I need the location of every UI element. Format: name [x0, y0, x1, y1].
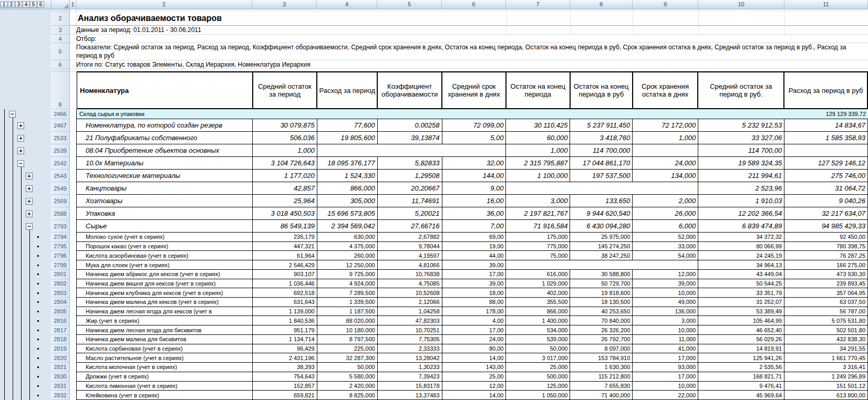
value-cell[interactable]: 71 400,000 [570, 391, 633, 399]
value-cell[interactable]: 47,82303 [378, 316, 442, 325]
nomenclature-cell[interactable]: Кислота сорбиновая (учет в сериях) [77, 344, 253, 353]
value-cell[interactable]: 80,00 [442, 344, 507, 353]
column-header-7[interactable]: 7 [506, 0, 570, 9]
nomenclature-cell[interactable]: Молоко сухое (учет в сериях) [77, 233, 253, 241]
value-cell[interactable]: 153 784,910 [570, 353, 633, 362]
value-cell[interactable]: 1 524,330 [317, 170, 378, 182]
value-cell[interactable]: 38,393 [253, 363, 317, 372]
value-cell[interactable]: 2 546,429 [253, 260, 317, 269]
value-cell[interactable]: 50,000 [317, 363, 378, 372]
value-cell[interactable]: 115 212,800 [570, 372, 633, 381]
value-cell[interactable]: 775,000 [506, 242, 570, 251]
value-cell[interactable]: 4 375,000 [317, 242, 378, 251]
value-cell[interactable]: 45 969,64 [698, 391, 784, 399]
value-cell[interactable]: 506,036 [253, 132, 317, 144]
row-header-2533[interactable]: 2533 [51, 132, 69, 144]
value-cell[interactable]: 41,000 [633, 344, 698, 353]
value-cell[interactable]: 7,75305 [378, 335, 442, 344]
row-header-2799[interactable]: 2799 [51, 260, 69, 270]
row-header-3[interactable]: 3 [51, 26, 69, 35]
value-cell[interactable]: 613 800,00 [784, 391, 868, 399]
outline-level-button-4[interactable]: 4 [23, 1, 29, 8]
row-header-2795[interactable]: 2795 [51, 242, 69, 251]
value-cell[interactable]: 15,83178 [378, 382, 442, 391]
value-cell[interactable]: 19 818,600 [570, 288, 633, 297]
row-header-2543[interactable]: 2543 [51, 170, 69, 182]
value-cell[interactable] [784, 144, 868, 156]
value-cell[interactable]: 3 018 450,503 [253, 207, 317, 219]
value-cell[interactable]: 32 287,300 [317, 353, 378, 362]
value-cell[interactable]: 43 449,04 [698, 270, 784, 279]
table-header-cell[interactable]: Расход за период [317, 72, 378, 108]
column-header-10[interactable]: 10 [698, 0, 784, 9]
value-cell[interactable]: 9,00 [442, 182, 507, 194]
outline-level-button-6[interactable]: 6 [37, 1, 44, 8]
value-cell[interactable]: 33,000 [633, 242, 698, 251]
value-cell[interactable]: 60,000 [506, 132, 570, 144]
value-cell[interactable]: 4,19597 [378, 251, 442, 260]
value-cell[interactable]: 2 420,000 [317, 382, 378, 391]
value-cell[interactable]: 1 134,714 [253, 335, 317, 344]
table-header-cell[interactable]: Коэффициент оборачиваемости [378, 72, 442, 108]
row-header-2816[interactable]: 2816 [51, 316, 69, 325]
column-header-4[interactable]: 4 [317, 0, 377, 9]
outline-expand-button[interactable]: + [17, 122, 24, 129]
value-cell[interactable]: 2,33333 [378, 344, 442, 353]
value-cell[interactable]: 143,00 [442, 363, 507, 372]
outline-level-button-1[interactable]: 1 [1, 1, 7, 8]
value-cell[interactable]: 26,000 [633, 207, 698, 219]
value-cell[interactable]: 125,000 [506, 382, 570, 391]
outline-collapse-button[interactable]: − [17, 160, 24, 167]
value-cell[interactable]: 168 821,71 [698, 372, 784, 381]
value-cell[interactable]: 7 655,830 [570, 382, 633, 391]
row-header-2[interactable]: 2 [51, 12, 69, 26]
value-cell[interactable] [506, 260, 570, 269]
value-cell[interactable]: 31 252,07 [698, 298, 784, 307]
value-cell[interactable]: 866,000 [317, 182, 378, 194]
value-cell[interactable]: 17 044 861,170 [570, 157, 633, 169]
value-cell[interactable]: 71 916,584 [506, 220, 570, 232]
value-cell[interactable]: 144,00 [442, 170, 507, 182]
value-cell[interactable]: 10,000 [633, 382, 698, 391]
row-header-2793[interactable]: 2793 [51, 220, 69, 233]
value-cell[interactable]: 4,81066 [378, 260, 442, 269]
value-cell[interactable]: 94 985 429,33 [784, 220, 868, 232]
value-cell[interactable]: 25 975,000 [570, 233, 633, 241]
value-cell[interactable]: 39,00 [442, 260, 507, 269]
value-cell[interactable]: 3,000 [633, 316, 698, 325]
value-cell[interactable]: 77,600 [317, 119, 378, 131]
value-cell[interactable] [378, 144, 442, 156]
nomenclature-cell[interactable]: Технологические материалы [77, 170, 253, 182]
value-cell[interactable]: 114 700,00 [698, 144, 784, 156]
value-cell[interactable]: 500,000 [506, 372, 570, 381]
report-totals[interactable]: Итоги по: Статус товаров Элементы, Склад… [70, 60, 868, 69]
value-cell[interactable]: 7,00 [442, 220, 507, 232]
nomenclature-cell[interactable]: Кислота молочная (учет в сериях) [77, 363, 253, 372]
row-header-4[interactable]: 4 [51, 35, 69, 43]
value-cell[interactable]: 3 017,000 [506, 353, 570, 362]
column-header-2[interactable]: 2 [76, 0, 252, 9]
outline-expand-button[interactable]: + [26, 210, 33, 217]
value-cell[interactable]: 18 095 376,177 [317, 157, 378, 169]
value-cell[interactable]: 175,000 [506, 233, 570, 241]
value-cell[interactable]: 1 187,500 [317, 307, 378, 316]
value-cell[interactable]: 12 250,000 [317, 260, 378, 269]
value-cell[interactable] [506, 182, 570, 194]
row-header-8[interactable]: 8 [51, 71, 69, 109]
table-header-cell[interactable]: Расход за период в руб [784, 72, 868, 108]
value-cell[interactable]: 10,52608 [378, 288, 442, 297]
value-cell[interactable]: 30 588,800 [570, 270, 633, 279]
nomenclature-cell[interactable]: Кислота лимонная (учет в сериях) [77, 382, 253, 391]
nomenclature-cell[interactable]: 21 Полуфабрикаты собственного [77, 132, 253, 144]
value-cell[interactable] [442, 144, 507, 156]
outline-level-button-2[interactable]: 2 [8, 1, 15, 8]
value-cell[interactable]: 692,518 [253, 288, 317, 297]
value-cell[interactable] [633, 182, 698, 194]
value-cell[interactable]: 11,000 [633, 335, 698, 344]
value-cell[interactable]: 61,964 [253, 251, 317, 260]
value-cell[interactable]: 1 139,000 [253, 307, 317, 316]
value-cell[interactable]: 88,00 [442, 298, 507, 307]
value-cell[interactable]: 56 787,00 [784, 307, 868, 316]
value-cell[interactable]: 96,429 [253, 344, 317, 353]
value-cell[interactable]: 10,70251 [378, 325, 442, 334]
